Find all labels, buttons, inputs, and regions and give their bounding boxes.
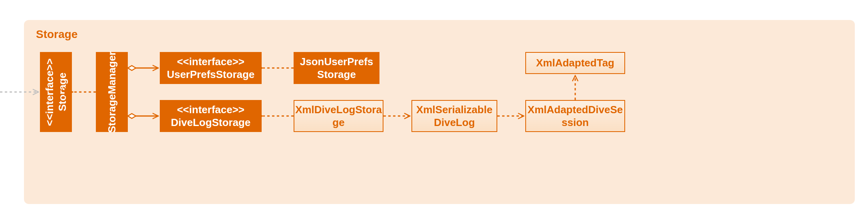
class-name-line2: Storage [317, 68, 356, 81]
class-storage-manager: StorageManager [96, 52, 128, 132]
class-storage-interface: <<interface>> Storage [40, 52, 72, 132]
class-name-label: StorageManager [105, 51, 119, 133]
class-xml-adapted-tag: XmlAdaptedTag [525, 52, 625, 74]
class-name-line1: XmlAdaptedDiveSe [528, 103, 623, 116]
class-xml-serializable-divelog: XmlSerializable DiveLog [411, 100, 497, 132]
class-name-line2: ge [332, 116, 344, 129]
class-xml-adapted-divesession: XmlAdaptedDiveSe ssion [525, 100, 625, 132]
class-userprefs-interface: <<interface>> UserPrefsStorage [160, 52, 262, 84]
stereotype-label: <<interface>> [177, 55, 244, 68]
class-name-line1: XmlDiveLogStora [295, 103, 382, 116]
stereotype-label: <<interface>> [43, 58, 56, 126]
class-name-line1: XmlSerializable [416, 103, 493, 116]
class-divelog-interface: <<interface>> DiveLogStorage [160, 100, 262, 132]
class-name-label: UserPrefsStorage [167, 68, 255, 81]
class-name-line1: JsonUserPrefs [300, 55, 373, 68]
class-json-userprefs-storage: JsonUserPrefs Storage [294, 52, 379, 84]
class-name-line2: ssion [562, 116, 589, 129]
class-name-label: DiveLogStorage [171, 116, 250, 129]
class-name-label: Storage [56, 73, 69, 112]
class-name-label: XmlAdaptedTag [536, 56, 614, 70]
stereotype-label: <<interface>> [177, 103, 244, 116]
class-xml-divelog-storage: XmlDiveLogStora ge [294, 100, 383, 132]
package-title: Storage [36, 28, 77, 41]
class-name-line2: DiveLog [434, 116, 475, 129]
